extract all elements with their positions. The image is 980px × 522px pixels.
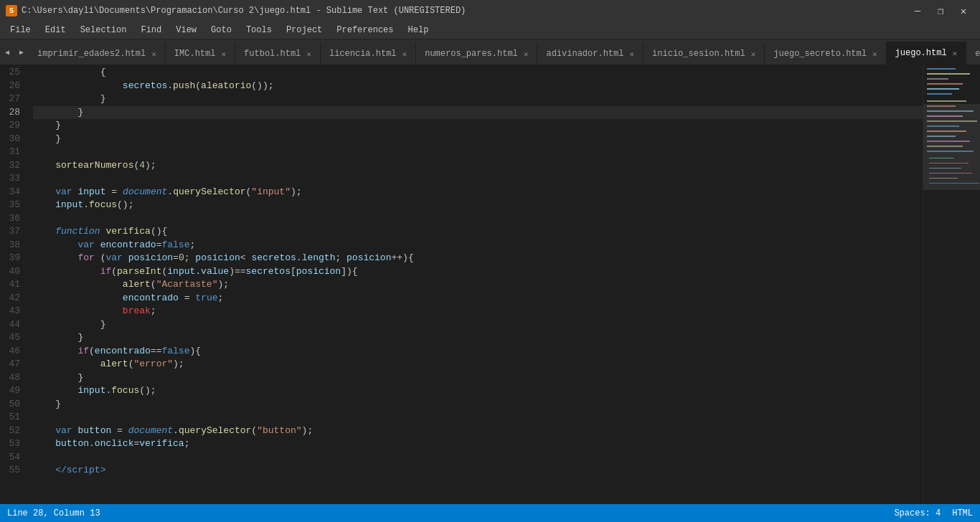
tab-adivinador[interactable]: adivinador.html ✕ <box>537 43 644 65</box>
line-num-41: 41 <box>4 278 20 292</box>
spaces-indicator[interactable]: Spaces: 4 <box>894 508 941 518</box>
tab-close[interactable]: ✕ <box>220 49 227 60</box>
tab-licencia[interactable]: licencia.html ✕ <box>321 43 416 65</box>
tab-label: numeros_pares.html <box>425 49 518 59</box>
svg-rect-24 <box>929 183 979 184</box>
svg-rect-18 <box>923 104 980 190</box>
code-line-43: break; <box>33 305 923 318</box>
menu-view[interactable]: View <box>169 22 204 39</box>
line-num-32: 32 <box>4 159 20 173</box>
line-num-44: 44 <box>4 318 20 332</box>
tab-nav-left[interactable]: ◀ <box>0 39 14 65</box>
line-num-34: 34 <box>4 186 20 199</box>
tab-label: futbol.html <box>244 49 301 59</box>
tab-close[interactable]: ✕ <box>750 49 758 60</box>
tab-close[interactable]: ✕ <box>305 49 313 60</box>
code-line-30: } <box>33 133 923 146</box>
tab-close[interactable]: ✕ <box>871 49 879 60</box>
status-right: Spaces: 4 HTML <box>894 508 973 518</box>
code-line-38: var encontrado=false; <box>33 239 923 252</box>
line-num-30: 30 <box>4 133 20 146</box>
code-line-36 <box>33 212 923 226</box>
svg-rect-1 <box>927 68 956 70</box>
tab-futbol[interactable]: futbol.html ✕ <box>235 43 321 65</box>
tab-close[interactable]: ✕ <box>628 49 636 60</box>
tab-ensalada[interactable]: ensalada.html ✕ <box>966 43 980 65</box>
editor-main: 25 26 27 28 29 30 31 32 33 34 35 36 37 3… <box>0 65 980 504</box>
titlebar: S C:\Users\dayli\Documents\Programacion\… <box>0 0 980 22</box>
menu-help[interactable]: Help <box>401 22 436 39</box>
code-line-55: </script> <box>33 464 923 478</box>
line-num-53: 53 <box>4 437 20 451</box>
file-type[interactable]: HTML <box>952 508 973 518</box>
minimize-button[interactable]: — <box>907 0 928 22</box>
tab-nav-right[interactable]: ▶ <box>14 39 29 65</box>
code-line-48: } <box>33 371 923 385</box>
code-line-52: var button = document.querySelector("but… <box>33 424 923 438</box>
menu-tools[interactable]: Tools <box>239 22 279 39</box>
window-controls: — ❐ ✕ <box>907 0 974 22</box>
code-line-51 <box>33 411 923 424</box>
line-num-39: 39 <box>4 252 20 265</box>
tab-inicio-sesion[interactable]: inicio_sesion.html ✕ <box>644 43 765 65</box>
code-line-50: } <box>33 398 923 412</box>
close-button[interactable]: ✕ <box>953 0 974 22</box>
tab-label: juego_secreto.html <box>773 49 867 59</box>
code-line-25: { <box>33 66 923 80</box>
tab-label: juego.html <box>895 48 947 58</box>
menu-edit[interactable]: Edit <box>38 22 73 39</box>
line-num-28: 28 <box>4 106 20 120</box>
code-line-31 <box>33 146 923 159</box>
code-line-39: for (var posicion=0; posicion< secretos.… <box>33 252 923 265</box>
svg-rect-20 <box>929 163 969 163</box>
tab-close[interactable]: ✕ <box>951 48 959 59</box>
tab-juego[interactable]: juego.html ✕ <box>887 42 967 65</box>
svg-rect-4 <box>927 83 963 85</box>
menu-file[interactable]: File <box>3 22 38 39</box>
menu-find[interactable]: Find <box>133 22 169 39</box>
code-editor[interactable]: { secretos.push(aleatorio()); } } } } so… <box>27 65 923 504</box>
line-num-37: 37 <box>4 225 20 239</box>
menubar: File Edit Selection Find View Goto Tools… <box>0 22 980 39</box>
svg-rect-2 <box>927 73 970 75</box>
code-line-37: function verifica(){ <box>33 225 923 239</box>
tab-close[interactable]: ✕ <box>522 49 530 60</box>
menu-preferences[interactable]: Preferences <box>329 22 400 39</box>
tab-numeros-pares[interactable]: numeros_pares.html ✕ <box>416 43 537 65</box>
svg-rect-5 <box>927 88 959 90</box>
line-num-54: 54 <box>4 451 20 465</box>
code-line-27: } <box>33 92 923 106</box>
menu-selection[interactable]: Selection <box>73 22 134 39</box>
maximize-button[interactable]: ❐ <box>930 0 951 22</box>
svg-rect-22 <box>929 173 972 174</box>
svg-rect-3 <box>927 78 948 80</box>
window-title: C:\Users\dayli\Documents\Programacion\Cu… <box>22 6 466 16</box>
tab-imc[interactable]: IMC.html ✕ <box>166 43 235 65</box>
code-line-34: var input = document.querySelector("inpu… <box>33 186 923 199</box>
tab-close[interactable]: ✕ <box>401 49 409 60</box>
tab-close[interactable]: ✕ <box>150 49 158 60</box>
line-num-36: 36 <box>4 212 20 226</box>
code-line-54 <box>33 451 923 465</box>
line-num-55: 55 <box>4 464 20 478</box>
menu-goto[interactable]: Goto <box>204 22 239 39</box>
line-num-26: 26 <box>4 80 20 93</box>
line-num-33: 33 <box>4 172 20 186</box>
line-num-46: 46 <box>4 345 20 359</box>
code-line-28: } <box>33 106 923 120</box>
line-num-50: 50 <box>4 398 20 412</box>
tab-label: adivinador.html <box>546 49 623 59</box>
line-num-42: 42 <box>4 292 20 305</box>
line-num-38: 38 <box>4 239 20 252</box>
svg-rect-23 <box>929 178 958 179</box>
menu-project[interactable]: Project <box>279 22 329 39</box>
line-num-43: 43 <box>4 305 20 318</box>
tab-juego-secreto[interactable]: juego_secreto.html ✕ <box>765 43 886 65</box>
code-line-40: if(parseInt(input.value)==secretos[posic… <box>33 265 923 279</box>
tabsbar: ◀ ▶ imprimir_edades2.html ✕ IMC.html ✕ f… <box>0 39 980 65</box>
code-line-47: alert("error"); <box>33 358 923 371</box>
code-line-44: } <box>33 318 923 332</box>
tab-label: imprimir_edades2.html <box>37 49 146 59</box>
cursor-position[interactable]: Line 28, Column 13 <box>7 508 100 518</box>
tab-imprimir-edades2[interactable]: imprimir_edades2.html ✕ <box>29 43 166 65</box>
